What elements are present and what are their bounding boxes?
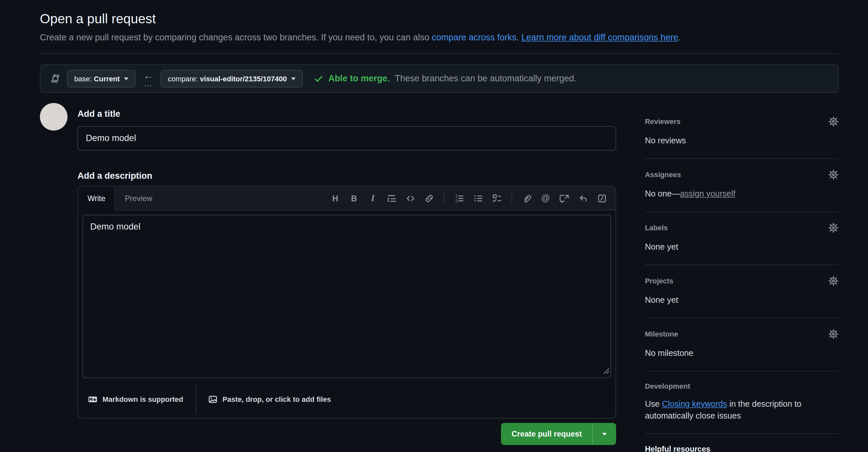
sidebar-section-development: Development Use Closing keywords in the … [645,371,839,434]
heading-icon[interactable]: H [327,190,343,206]
editor-footer: Markdown is supported Paste, drop, or cl… [78,383,616,418]
merge-status-bold: Able to merge. [329,73,390,83]
milestone-heading: Milestone [645,330,678,338]
quote-icon[interactable] [383,190,400,206]
gear-icon[interactable] [828,169,839,180]
markdown-toolbar: H B I @ [327,187,615,210]
actions-row: Create pull request [78,423,616,445]
editor-body: Demo model [78,210,616,383]
header-divider [40,53,839,54]
description-heading: Add a description [78,169,616,183]
ordered-list-icon[interactable] [451,190,467,206]
tasklist-icon[interactable] [489,190,505,206]
tab-preview[interactable]: Preview [116,187,162,210]
check-icon [314,74,323,83]
development-text: Use [645,399,662,409]
sidebar-section-projects: Projects None yet [645,265,839,318]
pull-request-page: Open a pull request Create a new pull re… [0,0,868,452]
attach-files-label: Paste, drop, or click to add files [222,395,331,403]
labels-body: None yet [645,241,839,252]
main-column: Add a title Add a description Write Prev… [78,103,616,452]
title-heading: Add a title [78,107,616,121]
slash-command-icon[interactable] [594,190,610,206]
compare-branch-selector[interactable]: compare: visual-editor/2135/107400 [161,70,303,88]
code-icon[interactable] [403,190,418,206]
base-branch-name: Current [94,74,120,83]
markdown-supported[interactable]: Markdown is supported [88,394,183,404]
reply-icon[interactable] [575,190,591,206]
assign-yourself-link[interactable]: assign yourself [680,189,736,198]
chevron-down-icon [124,77,129,80]
gear-icon[interactable] [828,116,839,127]
git-compare-icon [51,73,60,83]
gear-icon[interactable] [828,276,839,286]
milestone-body: No milestone [645,347,839,358]
subtitle-text: Create a new pull request by comparing c… [40,33,432,42]
base-branch-selector[interactable]: base: Current [67,70,136,88]
page-title: Open a pull request [40,10,839,28]
mention-icon[interactable]: @ [538,190,554,206]
pr-description-textarea[interactable]: Demo model [82,215,611,378]
merge-status-text: These branches can be automatically merg… [395,73,577,83]
link-icon[interactable] [421,190,437,206]
markdown-editor: Write Preview H B I [78,186,616,419]
page-subtitle: Create a new pull request by comparing c… [40,31,839,44]
labels-heading: Labels [645,224,668,232]
image-icon [208,394,217,404]
development-heading: Development [645,382,690,390]
chevron-down-icon [602,433,607,435]
projects-body: None yet [645,294,839,305]
gear-icon[interactable] [828,329,839,339]
base-prefix: base: [74,74,92,83]
create-pull-request-options[interactable] [592,423,616,445]
projects-heading: Projects [645,277,674,285]
bold-icon[interactable]: B [346,190,362,206]
subtitle-separator: . [516,33,521,42]
create-pull-request-split-button: Create pull request [501,423,616,445]
assignees-none-text: No one— [645,189,680,198]
editor-header: Write Preview H B I [78,187,616,211]
resize-handle[interactable] [603,366,610,376]
sidebar-section-assignees: Assignees No one—assign yourself [645,159,839,212]
pr-title-input[interactable] [78,126,616,151]
sidebar-section-labels: Labels None yet [645,212,839,265]
toolbar-divider [512,193,512,204]
avatar [40,103,68,131]
helpful-resources-heading: Helpful resources [645,445,839,452]
sidebar-section-helpful-resources: Helpful resources GitHub Community Guide… [645,434,839,452]
unordered-list-icon[interactable] [470,190,486,206]
attach-files-area[interactable]: Paste, drop, or click to add files [208,394,331,404]
tab-write[interactable]: Write [78,187,116,211]
development-body: Use Closing keywords in the description … [645,398,839,421]
attach-file-icon[interactable] [519,190,535,206]
footer-divider [195,385,196,414]
markdown-icon [88,394,97,404]
chevron-down-icon [291,77,296,80]
diff-comparisons-link[interactable]: Learn more about diff comparisons here [521,33,678,42]
toolbar-divider [444,193,444,204]
subtitle-period: . [678,33,681,42]
branch-compare-bar: base: Current ← … compare: visual-editor… [40,64,839,93]
compare-branch-name: visual-editor/2135/107400 [200,74,287,83]
merge-status: Able to merge. These branches can be aut… [314,73,577,83]
assignees-heading: Assignees [645,170,681,179]
cross-reference-icon[interactable] [556,190,572,206]
reviewers-body: No reviews [645,134,839,146]
italic-icon[interactable]: I [365,190,381,206]
sidebar-section-reviewers: Reviewers No reviews [645,116,839,159]
ellipsis-icon: … [144,79,153,87]
reviewers-heading: Reviewers [645,118,681,126]
compare-prefix: compare: [168,74,198,83]
sidebar-section-milestone: Milestone No milestone [645,318,839,371]
assignees-body: No one—assign yourself [645,188,839,199]
gear-icon[interactable] [828,222,839,233]
sidebar: Reviewers No reviews Assignees No one—as… [645,103,839,452]
compare-across-forks-link[interactable]: compare across forks [432,33,516,42]
closing-keywords-link[interactable]: Closing keywords [662,399,727,409]
markdown-supported-label: Markdown is supported [102,395,183,403]
compare-direction-indicator: ← … [143,70,154,87]
create-pull-request-button[interactable]: Create pull request [501,423,592,445]
